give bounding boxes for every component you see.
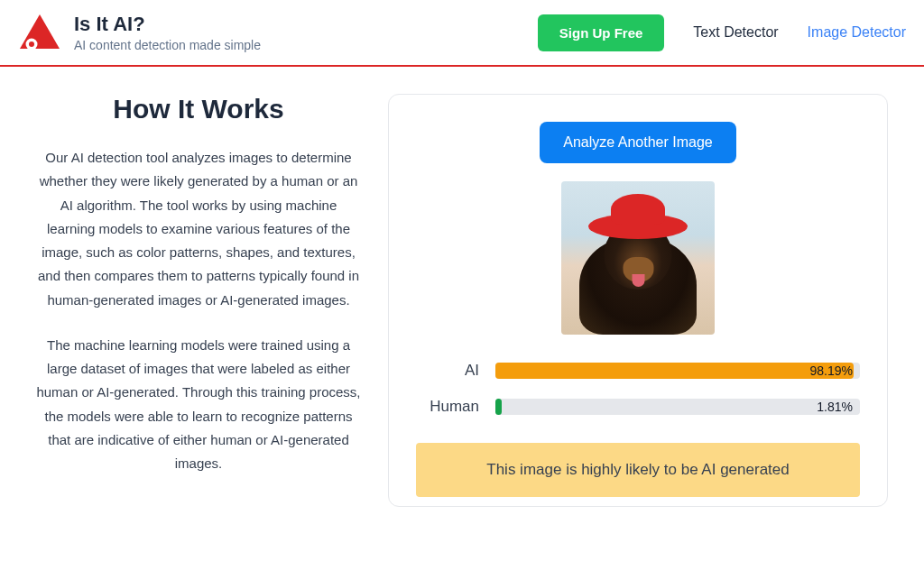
logo-section: Is It AI? AI content detection made simp… [18,11,261,54]
header: Is It AI? AI content detection made simp… [0,0,924,67]
ai-percent: 98.19% [810,363,853,378]
human-percent: 1.81% [817,400,853,414]
verdict-banner: This image is highly likely to be AI gen… [416,443,860,497]
ai-result-row: AI 98.19% [416,362,860,380]
human-bar: 1.81% [495,399,860,415]
signup-button[interactable]: Sign Up Free [538,14,665,51]
logo-icon [18,11,61,54]
section-heading: How It Works [36,94,361,124]
ai-bar: 98.19% [495,363,860,379]
main-content: How It Works Our AI detection tool analy… [0,67,924,534]
app-title: Is It AI? [74,13,261,36]
nav-image-detector[interactable]: Image Detector [808,24,906,41]
human-result-row: Human 1.81% [416,398,860,416]
result-panel: Analyze Another Image AI 98.19% Hum [388,94,888,507]
analyzed-image-preview [561,181,715,335]
app-subtitle: AI content detection made simple [74,38,261,52]
analyze-another-button[interactable]: Analyze Another Image [540,122,735,163]
ai-bar-fill [495,363,854,379]
human-bar-fill [495,399,502,415]
human-label: Human [416,398,479,416]
nav-text-detector[interactable]: Text Detector [693,24,778,41]
ai-label: AI [416,362,479,380]
how-it-works-section: How It Works Our AI detection tool analy… [36,94,361,507]
description-para-2: The machine learning models were trained… [36,334,361,476]
svg-point-2 [29,41,34,47]
description-para-1: Our AI detection tool analyzes images to… [36,146,361,312]
header-nav: Sign Up Free Text Detector Image Detecto… [538,14,906,51]
